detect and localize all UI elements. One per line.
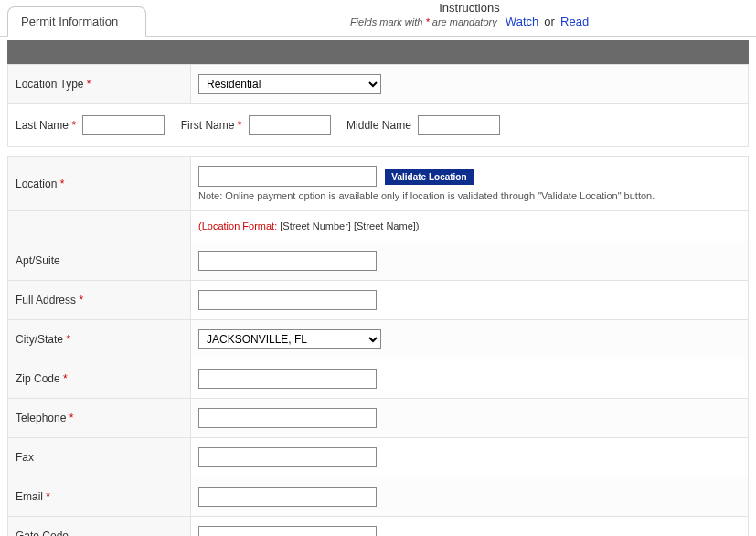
label-location: Location * [8,157,191,211]
value-city-state: JACKSONVILLE, FL [191,320,749,359]
value-email [191,477,749,517]
required-marker: * [66,333,70,346]
location-format-label: (Location Format: [198,220,277,231]
required-marker: * [46,490,50,503]
zip-code-input[interactable] [198,369,377,389]
row-full-address: Full Address * [8,281,749,320]
tab-label: Permit Information [21,15,118,28]
label-zip-code: Zip Code * [8,359,191,399]
label-fax: Fax [8,438,191,477]
label-text: Telephone [16,412,66,424]
value-location-type: Residential [191,65,749,104]
required-marker: * [238,119,242,132]
required-marker: * [63,372,68,385]
row-fax: Fax [8,438,749,477]
required-marker: * [87,78,91,91]
label-text: Full Address [16,294,76,306]
mandatory-prefix: Fields mark with [350,16,426,27]
instructions-line: Fields mark with * are mandatory Watch o… [183,15,756,28]
label-text: Location Type [16,78,84,91]
form-table-2: Location * Validate Location Note: Onlin… [7,156,749,536]
required-marker: * [69,412,74,424]
location-type-select[interactable]: Residential [198,74,381,94]
instructions-title: Instructions [183,0,756,15]
value-telephone [191,399,749,438]
telephone-input[interactable] [198,408,377,428]
apt-suite-input[interactable] [198,251,377,271]
label-location-format-empty [8,211,191,241]
watch-link[interactable]: Watch [506,15,538,28]
label-text: City/State [16,333,63,346]
label-text: Apt/Suite [16,254,60,267]
email-input[interactable] [198,487,377,507]
row-telephone: Telephone * [8,399,749,438]
row-apt-suite: Apt/Suite [8,241,749,281]
label-city-state: City/State * [8,320,191,359]
mandatory-suffix: are mandatory [430,16,497,27]
location-format-hint: [Street Number] [Street Name]) [277,220,419,231]
value-gate-code [191,517,749,537]
value-location: Validate Location Note: Online payment o… [191,157,749,211]
city-state-select[interactable]: JACKSONVILLE, FL [198,329,381,349]
row-email: Email * [8,477,749,517]
value-location-format: (Location Format: [Street Number] [Stree… [191,211,749,241]
label-last-name: Last Name * [16,119,76,132]
row-zip-code: Zip Code * [8,359,749,399]
label-first-name: First Name * [181,119,242,132]
label-gate-code: Gate Code [8,517,191,537]
value-apt-suite [191,241,749,281]
value-zip-code [191,359,749,399]
row-city-state: City/State * JACKSONVILLE, FL [8,320,749,359]
last-name-input[interactable] [82,115,165,135]
instructions-block: Instructions Fields mark with * are mand… [183,0,756,28]
required-marker: * [60,177,65,190]
label-full-address: Full Address * [8,281,191,320]
label-text: Zip Code [16,372,60,385]
label-text: Email [16,490,43,503]
value-full-address [191,281,749,320]
full-address-input[interactable] [198,290,377,310]
form-table: Location Type * Residential [7,64,749,104]
section-header-bar [7,40,749,64]
label-email: Email * [8,477,191,517]
top-bar: Permit Information Instructions Fields m… [0,0,756,37]
read-link[interactable]: Read [560,15,589,28]
location-note: Note: Online payment option is available… [198,190,740,201]
label-location-type: Location Type * [8,65,191,104]
row-location: Location * Validate Location Note: Onlin… [8,157,749,211]
required-marker: * [79,294,83,306]
first-name-input[interactable] [249,115,331,135]
middle-name-input[interactable] [418,115,500,135]
location-input[interactable] [198,166,377,187]
tab-permit-information[interactable]: Permit Information [7,6,146,37]
or-text: or [544,15,555,28]
required-marker: * [71,119,76,132]
label-text: Gate Code [16,530,69,536]
fax-input[interactable] [198,447,377,467]
label-telephone: Telephone * [8,399,191,438]
gate-code-input[interactable] [198,526,377,536]
label-text: Fax [16,451,34,464]
row-names: Last Name * First Name * Middle Name [7,104,749,147]
row-gate-code: Gate Code [8,517,749,537]
label-middle-name: Middle Name [346,119,411,132]
validate-location-button[interactable]: Validate Location [385,169,473,185]
label-apt-suite: Apt/Suite [8,241,191,281]
value-fax [191,438,749,477]
label-text: Location [16,177,57,190]
row-location-format: (Location Format: [Street Number] [Stree… [8,211,749,241]
row-location-type: Location Type * Residential [8,65,749,104]
